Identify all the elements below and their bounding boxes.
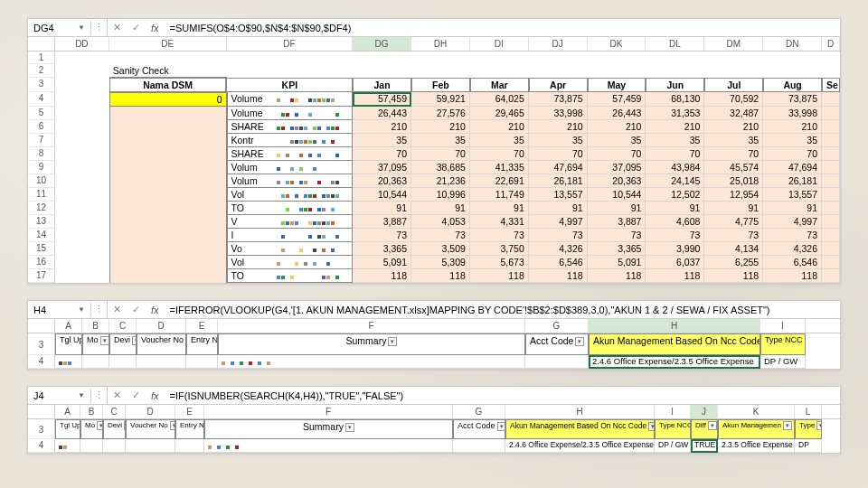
kpi-cell[interactable]: TO <box>227 269 354 283</box>
data-cell[interactable]: 3,509 <box>411 242 470 256</box>
data-cell[interactable]: 118 <box>529 269 588 283</box>
kpi-cell[interactable]: V <box>227 215 354 229</box>
hdr-kpi[interactable]: KPI <box>226 78 353 92</box>
cell-akun-value[interactable]: 2.4.6 Office Expense/2.3.5 Office Expens… <box>589 355 760 369</box>
kpi-cell[interactable]: Volume <box>227 107 354 120</box>
fx-icon[interactable]: fx <box>146 390 165 401</box>
data-cell[interactable]: 25,018 <box>704 174 763 188</box>
data-cell[interactable]: 64,025 <box>470 92 529 107</box>
filter-icon[interactable]: ▾ <box>497 422 505 431</box>
accept-formula-icon[interactable]: ✓ <box>127 389 146 401</box>
col-DM[interactable]: DM <box>704 37 763 51</box>
formula-input[interactable]: =SUMIFS(O$4:O$90,$N$4:$N$90,$DF4) <box>165 21 840 35</box>
filter-icon[interactable]: ▾ <box>816 421 822 430</box>
data-cell[interactable]: 20,363 <box>588 174 646 188</box>
data-cell[interactable]: 41,335 <box>470 161 529 174</box>
name-box-3[interactable]: J4▼ <box>28 389 91 403</box>
filter-icon[interactable]: ▾ <box>648 422 655 431</box>
data-cell[interactable]: 5,673 <box>470 256 529 269</box>
data-cell[interactable]: 210 <box>411 120 470 134</box>
kpi-cell[interactable]: Kontr <box>227 134 354 147</box>
data-cell[interactable]: 47,694 <box>763 161 822 174</box>
hdr-aug[interactable]: Aug <box>763 78 822 92</box>
data-cell[interactable]: 59,921 <box>411 92 470 107</box>
kpi-cell[interactable]: Vo <box>227 242 354 256</box>
nama-dsm-cell[interactable]: 0 <box>109 92 227 107</box>
filter-icon[interactable]: ▾ <box>805 336 806 345</box>
hdr-jun[interactable]: Jun <box>646 78 704 92</box>
data-cell[interactable]: 35 <box>763 134 822 147</box>
data-cell[interactable]: 38,685 <box>411 161 470 174</box>
data-cell[interactable]: 210 <box>646 120 704 134</box>
filter-icon[interactable]: ▾ <box>388 337 397 346</box>
col-DD[interactable]: DD <box>55 37 109 51</box>
row-5[interactable]: 5 <box>28 107 55 120</box>
data-cell[interactable]: 12,954 <box>704 188 763 202</box>
data-cell[interactable]: 91 <box>588 202 646 215</box>
kpi-cell[interactable]: Volume <box>227 92 354 107</box>
hdr-may[interactable]: May <box>588 78 646 92</box>
data-cell[interactable]: 35 <box>529 134 588 147</box>
kpi-cell[interactable]: Volum <box>227 174 354 188</box>
row-16[interactable]: 16 <box>28 256 55 269</box>
data-cell[interactable]: 4,608 <box>646 215 704 229</box>
fx-icon[interactable]: fx <box>146 305 165 315</box>
data-cell[interactable]: 118 <box>588 269 646 283</box>
row-12[interactable]: 12 <box>28 202 55 215</box>
formula-input-3[interactable]: =IF(ISNUMBER(SEARCH(K4,H4)),"TRUE","FALS… <box>165 389 840 403</box>
data-cell[interactable]: 3,365 <box>588 242 646 256</box>
data-cell[interactable]: 210 <box>588 120 646 134</box>
data-cell[interactable]: 26,181 <box>529 174 588 188</box>
data-cell[interactable]: 45,574 <box>704 161 763 174</box>
kpi-cell[interactable]: TO <box>227 202 354 215</box>
hdr-jul[interactable]: Jul <box>704 78 763 92</box>
data-cell[interactable]: 91 <box>411 202 470 215</box>
kpi-cell[interactable]: SHARE <box>227 120 354 134</box>
data-cell[interactable]: 4,331 <box>470 215 529 229</box>
data-cell[interactable]: 35 <box>411 134 470 147</box>
data-cell[interactable]: 12,502 <box>646 188 704 202</box>
data-cell[interactable]: 26,181 <box>763 174 822 188</box>
col-DK[interactable]: DK <box>588 37 646 51</box>
cancel-formula-icon[interactable]: ✕ <box>108 304 127 315</box>
data-cell[interactable]: 91 <box>646 202 704 215</box>
data-cell[interactable]: 210 <box>704 120 763 134</box>
data-cell[interactable]: 10,544 <box>588 188 646 202</box>
hdr-apr[interactable]: Apr <box>529 78 588 92</box>
filter-icon[interactable]: ▾ <box>575 337 584 346</box>
data-cell[interactable]: 35 <box>470 134 529 147</box>
row-15[interactable]: 15 <box>28 242 55 256</box>
data-cell[interactable]: 57,459 <box>588 92 646 107</box>
data-cell[interactable]: 4,326 <box>763 242 822 256</box>
data-cell[interactable]: 91 <box>704 202 763 215</box>
filter-icon[interactable]: ▾ <box>345 423 354 432</box>
sanity-check-title[interactable]: Sanity Check <box>109 64 227 78</box>
col-DL[interactable]: DL <box>646 37 704 51</box>
kpi-cell[interactable]: Vol <box>227 256 354 269</box>
data-cell[interactable]: 31,353 <box>646 107 704 120</box>
row-9[interactable]: 9 <box>28 161 55 174</box>
data-cell[interactable]: 91 <box>353 202 411 215</box>
row-17[interactable]: 17 <box>28 269 55 283</box>
data-cell[interactable]: 70 <box>411 147 470 161</box>
data-cell[interactable]: 32,487 <box>704 107 763 120</box>
data-cell[interactable]: 3,365 <box>353 242 411 256</box>
data-cell[interactable]: 73 <box>646 229 704 242</box>
accept-formula-icon[interactable]: ✓ <box>127 304 146 315</box>
row-1[interactable]: 1 <box>28 52 55 64</box>
data-cell[interactable]: 35 <box>646 134 704 147</box>
data-cell[interactable]: 6,255 <box>704 256 763 269</box>
data-cell[interactable]: 6,037 <box>646 256 704 269</box>
data-cell[interactable]: 27,576 <box>411 107 470 120</box>
filter-icon[interactable]: ▾ <box>97 421 103 430</box>
data-cell[interactable]: 4,134 <box>704 242 763 256</box>
col-DH[interactable]: DH <box>411 37 470 51</box>
hdr-sep[interactable]: Se <box>822 78 840 92</box>
row-10[interactable]: 10 <box>28 174 55 188</box>
data-cell[interactable]: 118 <box>646 269 704 283</box>
data-cell[interactable]: 24,145 <box>646 174 704 188</box>
data-cell[interactable]: 70 <box>353 147 411 161</box>
col-DN[interactable]: DN <box>763 37 822 51</box>
cancel-formula-icon[interactable]: ✕ <box>108 22 127 33</box>
data-cell[interactable]: 10,996 <box>411 188 470 202</box>
